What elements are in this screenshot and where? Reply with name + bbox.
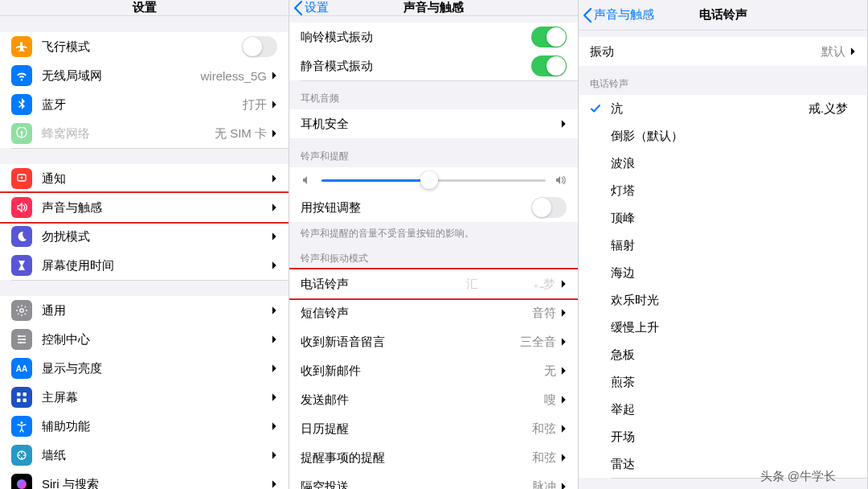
nav-bar: 声音与触感 电话铃声 (579, 0, 867, 31)
settings-row[interactable]: 隔空投送脉冲 (289, 472, 578, 489)
back-button[interactable]: 声音与触感 (583, 0, 654, 30)
aa-icon (11, 358, 32, 379)
nav-title: 电话铃声 (699, 7, 747, 23)
row-label: 电话铃声 (301, 277, 466, 292)
row-label: 收到新邮件 (301, 364, 544, 379)
row-label: 顶峰 (611, 211, 856, 226)
row-label: 收到新语音留言 (301, 335, 520, 350)
settings-row[interactable]: 勿扰模式 (0, 222, 289, 251)
ringtone-row-selected[interactable]: 沆戒.义梦 (579, 95, 867, 122)
chevron-icon (561, 395, 567, 405)
row-label: 沆 (611, 101, 809, 117)
toggle[interactable] (242, 36, 277, 57)
settings-row[interactable]: Siri 与搜索 (0, 470, 289, 489)
chevron-icon (272, 392, 277, 402)
ringtone-row[interactable]: 灯塔 (579, 177, 867, 204)
settings-row[interactable]: 通知 (0, 164, 289, 193)
settings-row[interactable]: 短信铃声音符 (289, 298, 578, 327)
ringtone-row[interactable]: 辐射 (579, 232, 867, 259)
chevron-left-icon (583, 8, 592, 23)
vibration-row[interactable]: 振动 默认 (579, 37, 867, 66)
settings-row[interactable]: 发送邮件嗖 (289, 385, 578, 414)
settings-row[interactable]: 静音模式振动 (289, 51, 578, 80)
sounds-list[interactable]: 响铃模式振动静音模式振动 耳机音频 耳机安全 铃声和提醒 用按钮调整 铃声和提醒… (289, 16, 578, 489)
row-label-right: 戒.义梦 (809, 101, 848, 117)
row-label: 用按钮调整 (301, 200, 531, 216)
volume-slider[interactable] (321, 179, 546, 182)
row-label: 振动 (590, 44, 821, 60)
chevron-icon (561, 279, 567, 289)
row-label: 欢乐时光 (611, 293, 856, 308)
settings-row[interactable]: 收到新邮件无 (289, 356, 578, 385)
ringtone-row[interactable]: 顶峰 (579, 204, 867, 232)
ringtone-row[interactable]: 海边 (579, 259, 867, 286)
chevron-icon (850, 47, 856, 56)
settings-row[interactable]: 辅助功能 (0, 412, 289, 441)
settings-row[interactable]: 电话铃声汇 ₊ـ梦 (289, 269, 578, 298)
ringtone-row[interactable]: 举起 (579, 396, 867, 423)
ringtone-row[interactable]: 开场 (579, 423, 867, 450)
row-label: 主屏幕 (42, 390, 272, 405)
settings-row[interactable]: 耳机安全 (289, 109, 578, 138)
ringtone-row[interactable]: 煎茶 (579, 368, 867, 396)
slider-thumb[interactable] (420, 171, 438, 189)
back-button[interactable]: 设置 (294, 0, 329, 15)
toggle[interactable] (531, 27, 567, 47)
row-value: 三全音 (520, 335, 556, 350)
settings-row[interactable]: 通用 (0, 296, 289, 325)
settings-row[interactable]: 飞行模式 (0, 32, 289, 61)
row-label: 勿扰模式 (42, 229, 272, 244)
row-label: 飞行模式 (42, 39, 242, 55)
settings-row[interactable]: 收到新语音留言三全音 (289, 327, 578, 356)
row-label: 响铃模式振动 (301, 30, 531, 45)
settings-row[interactable]: 无线局域网wireless_5G (0, 61, 289, 90)
row-value: 无 SIM 卡 (215, 126, 267, 142)
chevron-icon (561, 482, 567, 489)
settings-row[interactable]: 蜂窝网络无 SIM 卡 (0, 119, 289, 148)
settings-row[interactable]: 墙纸 (0, 441, 289, 470)
settings-row[interactable]: 屏幕使用时间 (0, 251, 289, 280)
chevron-icon (272, 203, 277, 212)
chevron-icon (272, 335, 277, 344)
chevron-icon (272, 232, 277, 241)
hourglass-icon (11, 255, 32, 276)
chevron-icon (561, 308, 567, 318)
settings-row[interactable]: 控制中心 (0, 325, 289, 354)
ringtone-row[interactable]: 急板 (579, 341, 867, 368)
chevron-icon (272, 174, 277, 183)
row-label: 墙纸 (42, 448, 272, 463)
row-label: 发送邮件 (301, 392, 544, 408)
change-with-buttons-row[interactable]: 用按钮调整 (289, 193, 578, 222)
sound-icon (11, 197, 32, 218)
section-headphone-label: 耳机音频 (289, 80, 578, 109)
ringtone-row[interactable]: 缓慢上升 (579, 314, 867, 341)
row-label: 开场 (611, 429, 856, 445)
settings-list[interactable]: 飞行模式无线局域网wireless_5G蓝牙打开蜂窝网络无 SIM 卡 通知声音… (0, 16, 289, 489)
chevron-left-icon (294, 1, 303, 15)
chevron-icon (272, 71, 277, 80)
settings-row[interactable]: 声音与触感 (0, 193, 289, 222)
row-value: 嗖 (544, 392, 556, 408)
settings-row[interactable]: 提醒事项的提醒和弦 (289, 443, 578, 472)
chevron-icon (272, 364, 277, 373)
ringtone-row[interactable]: 倒影（默认） (579, 122, 867, 150)
ringtone-row[interactable]: 波浪 (579, 150, 867, 177)
toggle[interactable] (531, 55, 567, 76)
ringtone-list[interactable]: 振动 默认 电话铃声 沆戒.义梦倒影（默认）波浪灯塔顶峰辐射海边欢乐时光缓慢上升… (579, 31, 867, 478)
row-value: 汇 ₊ـ梦 (466, 277, 556, 292)
row-label: 蓝牙 (42, 97, 243, 113)
toggle[interactable] (531, 197, 567, 218)
ringtone-row[interactable]: 欢乐时光 (579, 286, 867, 314)
settings-row[interactable]: 显示与亮度 (0, 354, 289, 383)
settings-row[interactable]: 响铃模式振动 (289, 23, 578, 51)
row-value: 和弦 (532, 421, 556, 437)
settings-row[interactable]: 日历提醒和弦 (289, 414, 578, 443)
chevron-icon (561, 424, 567, 434)
chevron-icon (272, 479, 277, 489)
settings-row[interactable]: 蓝牙打开 (0, 90, 289, 119)
wallpaper-icon (11, 445, 32, 466)
row-label: 控制中心 (42, 332, 272, 347)
volume-low-icon (301, 174, 313, 187)
chevron-icon (272, 261, 277, 270)
settings-row[interactable]: 主屏幕 (0, 383, 289, 412)
